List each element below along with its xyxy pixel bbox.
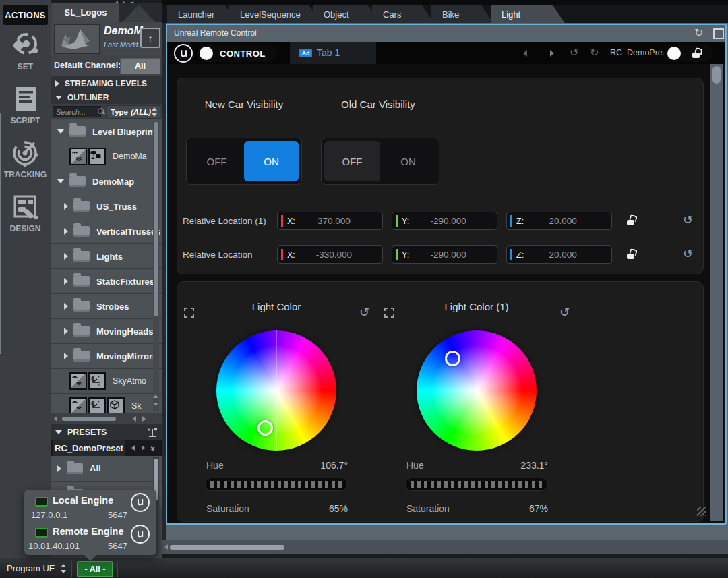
- upload-icon[interactable]: ↑: [140, 28, 160, 48]
- reset-icon[interactable]: ↺: [683, 214, 693, 226]
- tab-sl-logos[interactable]: SL_Logos: [53, 3, 119, 22]
- sidebar-item-tracking[interactable]: TRACKING: [0, 138, 51, 189]
- on-button[interactable]: ON: [380, 141, 436, 181]
- scrollbar-thumb[interactable]: [170, 545, 284, 550]
- off-button[interactable]: OFF: [324, 141, 380, 181]
- x-field[interactable]: X: 370.000: [277, 212, 383, 230]
- next-tab-icon[interactable]: [142, 445, 145, 451]
- engine-name[interactable]: Remote Engine: [53, 526, 124, 537]
- outliner-vscrollbar[interactable]: [153, 121, 159, 411]
- reset-icon[interactable]: ↺: [559, 306, 570, 318]
- collapsed-arrow-icon[interactable]: [64, 278, 68, 285]
- expand-icon[interactable]: [184, 308, 194, 318]
- spinner-icon[interactable]: [61, 564, 66, 573]
- undo-icon[interactable]: ↺: [570, 46, 578, 59]
- prev-tab-icon[interactable]: [131, 445, 135, 451]
- expand-icon[interactable]: [384, 308, 394, 318]
- tree-item[interactable]: DemoMa: [51, 144, 162, 169]
- tab-bike[interactable]: Bike: [431, 5, 493, 23]
- expanded-arrow-icon[interactable]: [57, 129, 64, 134]
- tab-levelsequence[interactable]: LevelSequence: [229, 5, 321, 23]
- rc-vscrollbar[interactable]: [710, 64, 723, 521]
- refresh-icon[interactable]: ↻: [694, 26, 703, 39]
- collapsed-arrow-icon[interactable]: [64, 328, 68, 335]
- tree-item[interactable]: Lights: [51, 244, 162, 269]
- scrollbar-thumb[interactable]: [712, 66, 721, 84]
- collapsed-arrow-icon[interactable]: [64, 203, 68, 210]
- default-channel-select[interactable]: All: [120, 58, 160, 74]
- z-field[interactable]: Z: 20.000: [506, 212, 612, 230]
- tree-item[interactable]: DemoMap: [51, 169, 162, 194]
- resize-handle-icon[interactable]: [697, 507, 706, 516]
- z-field[interactable]: Z: 20.000: [506, 245, 612, 264]
- blueprint-icon[interactable]: [88, 148, 106, 165]
- on-button[interactable]: ON: [244, 141, 299, 181]
- transmitter-icon[interactable]: [147, 427, 158, 438]
- engine-name[interactable]: Local Engine: [53, 495, 113, 506]
- y-field[interactable]: Y: -290.000: [392, 245, 497, 264]
- outliner-hscrollbar[interactable]: [51, 413, 162, 424]
- collapsed-arrow-icon[interactable]: [64, 228, 68, 235]
- scroll-right-icon[interactable]: [142, 416, 146, 422]
- color-wheel[interactable]: [417, 330, 537, 451]
- collapsed-arrow-icon[interactable]: [64, 253, 68, 260]
- nav-back-icon[interactable]: [523, 50, 527, 57]
- collapsed-arrow-icon[interactable]: [57, 465, 61, 472]
- tab-list-icon[interactable]: »: [148, 446, 158, 451]
- section-streaming-levels[interactable]: STREAMING LEVELS: [51, 76, 162, 90]
- x-field[interactable]: X: -330.000: [277, 245, 383, 264]
- asset-thumbnail[interactable]: [54, 24, 100, 54]
- unlock-icon[interactable]: [627, 215, 635, 225]
- search-icon[interactable]: [98, 108, 104, 114]
- redo-icon[interactable]: ↻: [590, 46, 599, 59]
- tree-item[interactable]: y z Sk: [51, 394, 162, 413]
- tab-light[interactable]: Light: [491, 5, 565, 23]
- collapsed-arrow-icon[interactable]: [64, 353, 68, 359]
- hue-slider[interactable]: [405, 478, 548, 491]
- tree-item[interactable]: All: [51, 456, 162, 482]
- tab-cars[interactable]: Cars: [372, 5, 434, 23]
- type-filter-select[interactable]: Type (ALL): [106, 105, 160, 119]
- scroll-up-icon[interactable]: [153, 395, 158, 398]
- scrollbar-thumb[interactable]: [154, 122, 158, 316]
- tree-item[interactable]: US_Truss: [51, 194, 162, 219]
- tree-item[interactable]: y z x SkyAtmo: [51, 369, 162, 394]
- scroll-down-icon[interactable]: [153, 403, 158, 406]
- tree-item[interactable]: MovingHeads: [51, 319, 162, 344]
- search-input[interactable]: [53, 106, 101, 117]
- visibility-eye-icon[interactable]: [69, 372, 87, 390]
- program-select[interactable]: Program UE: [7, 563, 55, 573]
- visibility-eye-icon[interactable]: [69, 148, 87, 165]
- expanded-arrow-icon[interactable]: [57, 179, 64, 183]
- tab-launcher[interactable]: Launcher: [167, 5, 237, 23]
- lock-toggle[interactable]: [664, 45, 713, 62]
- sidebar-item-set[interactable]: SET: [0, 30, 51, 81]
- channel-all-button[interactable]: - All -: [77, 561, 113, 577]
- visibility-eye-icon[interactable]: [69, 397, 87, 413]
- tab-object[interactable]: Object: [313, 5, 380, 23]
- tree-item[interactable]: Level Blueprint: [51, 119, 162, 144]
- tree-item[interactable]: MovingMirrors: [51, 344, 162, 369]
- static-mesh-box-icon[interactable]: [107, 397, 125, 413]
- y-field[interactable]: Y: -290.000: [392, 212, 497, 230]
- color-wheel[interactable]: [216, 330, 336, 451]
- popout-close-icon[interactable]: [713, 28, 724, 39]
- spinner-icon[interactable]: [152, 107, 157, 117]
- sidebar-item-script[interactable]: SCRIPT: [0, 84, 51, 135]
- wheel-marker[interactable]: [445, 351, 460, 366]
- hue-slider[interactable]: [205, 478, 348, 491]
- off-button[interactable]: OFF: [189, 141, 244, 181]
- unlock-icon[interactable]: [627, 249, 635, 259]
- tree-item[interactable]: VerticalTrusses: [51, 219, 162, 244]
- reset-icon[interactable]: ↺: [359, 306, 369, 318]
- panel-titlebar[interactable]: Unreal Remote Control ↻: [167, 25, 725, 42]
- tree-item[interactable]: StaticFixtures: [51, 269, 162, 294]
- transform-axis-icon[interactable]: y z x: [88, 372, 106, 390]
- section-outliner[interactable]: OUTLINER: [51, 90, 162, 105]
- collapsed-arrow-icon[interactable]: [64, 303, 68, 310]
- tab-rc-demopreset[interactable]: RC_DemoPreset: [53, 440, 125, 456]
- nav-forward-icon[interactable]: [550, 50, 554, 57]
- tree-item[interactable]: Strobes: [51, 294, 162, 319]
- control-toggle[interactable]: CONTROL: [197, 45, 276, 62]
- reset-icon[interactable]: ↺: [683, 248, 693, 260]
